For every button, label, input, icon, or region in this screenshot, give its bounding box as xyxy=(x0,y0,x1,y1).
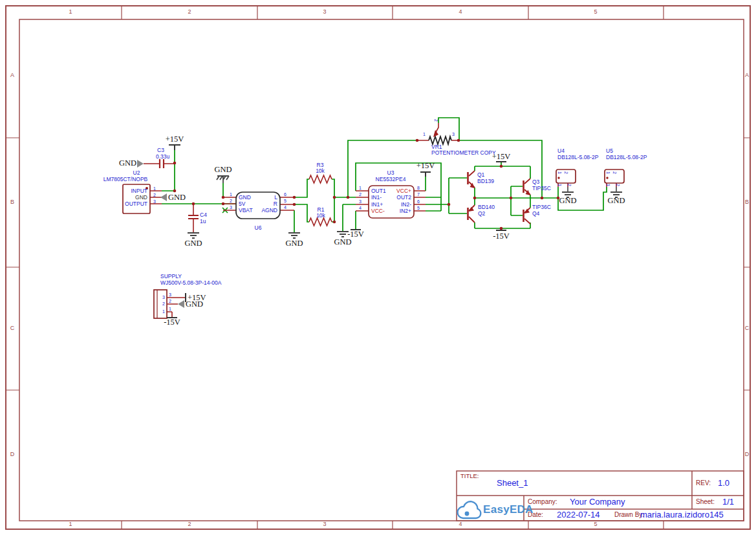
u3-pin-vccm: VCC- xyxy=(371,208,385,214)
u6-pin-5v: 5V xyxy=(239,201,245,207)
q1-value[interactable]: BD139 xyxy=(477,179,494,184)
easyeda-logo-icon xyxy=(458,501,481,518)
vr1-value[interactable]: POTENTIOMETER COPY xyxy=(431,150,496,156)
vr1-pinnum-2: 2 xyxy=(434,119,438,122)
u3-pinnum-7: 7 xyxy=(417,192,420,197)
q2-ref[interactable]: Q2 xyxy=(478,211,485,217)
u3-ref[interactable]: U3 xyxy=(387,170,394,176)
supply-pinnum-2-out: 2 xyxy=(169,299,171,303)
u2-value[interactable]: LM7805CT/NOPB xyxy=(103,177,148,182)
r3-value[interactable]: 10k xyxy=(316,168,325,174)
u4-ref[interactable]: U4 xyxy=(557,148,565,154)
col-label-top-3: 3 xyxy=(323,9,326,15)
titleblock-sheet-label: Sheet: xyxy=(696,499,715,505)
u2-ref[interactable]: U2 xyxy=(133,170,140,176)
u5-ref[interactable]: U5 xyxy=(606,148,613,154)
col-label-bot-5: 5 xyxy=(594,521,597,527)
u3-pin-in2p: IN2+ xyxy=(400,208,411,214)
u3-value[interactable]: NE5532PE4 xyxy=(376,177,406,182)
q3-value[interactable]: TIP35C xyxy=(532,186,551,191)
u3-pinnum-5: 5 xyxy=(417,206,420,210)
u4-pinnum-1-out: 1 xyxy=(557,184,562,186)
u3-pinnum-4: 4 xyxy=(359,206,362,210)
c3-ref[interactable]: C3 xyxy=(157,147,164,153)
supply-ref[interactable]: SUPPLY xyxy=(160,274,182,279)
gnd-flag-supply xyxy=(178,300,184,308)
titleblock-drawn-by[interactable]: maria.laura.izidoro145 xyxy=(640,510,724,519)
u3-pin-in1p: IN1+ xyxy=(371,202,383,208)
col-label-bot-2: 2 xyxy=(188,521,191,527)
r1-value[interactable]: 10k xyxy=(316,213,325,219)
u5-pinnum-2-in: 2 xyxy=(612,171,617,174)
u3-pin-vccp: VCC+ xyxy=(396,188,411,194)
u2-pin-gnd: GND xyxy=(135,195,147,201)
u2-pinnum-2: 2 xyxy=(153,193,156,197)
titleblock-rev-label: REV: xyxy=(696,480,711,486)
u3-pinnum-8: 8 xyxy=(417,186,420,190)
u6-ref[interactable]: U6 xyxy=(255,225,262,231)
q3-ref[interactable]: Q3 xyxy=(532,179,539,185)
gnd-flag-u2 xyxy=(160,193,167,201)
u3-pinnum-2: 2 xyxy=(359,192,362,197)
u2-pin-input: INPUT xyxy=(131,188,148,194)
pins-passives[interactable] xyxy=(144,123,616,317)
netlabel-gnd-u6[interactable]: GND xyxy=(214,166,232,174)
row-label-left-b: B xyxy=(10,199,14,205)
netlabel-gnd-u4[interactable]: GND xyxy=(559,197,576,205)
supply-pinnum-3-in: 3 xyxy=(162,295,165,300)
sheet-frame xyxy=(5,5,751,529)
netlabel-p15-u3[interactable]: +15V xyxy=(416,162,435,170)
vbar-p15-u3 xyxy=(420,172,431,177)
u5-value[interactable]: DB128L-5.08-2P xyxy=(606,155,647,160)
netlabel-p15-u2[interactable]: +15V xyxy=(166,135,184,144)
u3-pinnum-3: 3 xyxy=(359,199,362,204)
u2-pinnum-3: 3 xyxy=(153,199,156,204)
u6-pinnum-2: 2 xyxy=(230,199,232,203)
netlabel-p15-rail[interactable]: +15V xyxy=(492,153,511,161)
u3-pin-out1: OUT1 xyxy=(371,188,386,194)
u3-pinnum-1: 1 xyxy=(359,186,362,190)
potentiometer-symbol[interactable] xyxy=(429,130,451,144)
netlabel-n15-supply[interactable]: -15V xyxy=(164,318,180,327)
titleblock-sheet[interactable]: 1/1 xyxy=(722,497,734,506)
row-label-right-d: D xyxy=(745,452,750,457)
u2-pin-output: OUTPUT xyxy=(125,201,147,207)
row-label-left-c: C xyxy=(10,325,15,331)
supply-value[interactable]: WJ500V-5.08-3P-14-00A xyxy=(160,280,222,286)
row-label-right-b: B xyxy=(745,199,749,205)
wiper-arrow xyxy=(433,130,438,137)
vr1-pinnum-3: 3 xyxy=(452,132,455,136)
earth-agnd xyxy=(288,233,300,238)
netlabel-gnd-supply[interactable]: GND xyxy=(186,300,203,309)
row-label-left-d: D xyxy=(10,452,15,457)
q4-value[interactable]: TIP36C xyxy=(532,204,551,210)
c3-value[interactable]: 0.33u xyxy=(156,154,169,160)
col-label-top-4: 4 xyxy=(459,9,462,15)
u6-pin-r: R xyxy=(274,201,277,207)
titleblock-rev[interactable]: 1.0 xyxy=(718,479,729,487)
schematic-canvas: 1 2 3 4 5 1 2 3 4 5 A B C D A B C D +15V… xyxy=(0,0,756,535)
netlabel-gnd-u5[interactable]: GND xyxy=(607,197,625,205)
c4-ref[interactable]: C4 xyxy=(200,212,207,218)
q2-emitter-arrow xyxy=(469,207,475,212)
col-label-top-5: 5 xyxy=(594,9,597,15)
titleblock-company[interactable]: Your Company xyxy=(570,497,625,506)
q1-ref[interactable]: Q1 xyxy=(477,172,484,178)
netlabel-gnd-in1[interactable]: GND xyxy=(334,238,351,246)
u5-pinnum-2-out: 2 xyxy=(616,184,620,186)
titleblock-date[interactable]: 2022-07-14 xyxy=(557,510,600,519)
q2-value[interactable]: BD140 xyxy=(478,204,495,210)
vr1-pinnum-1: 1 xyxy=(423,132,426,136)
netlabel-gnd-c3[interactable]: GND xyxy=(119,159,136,168)
q4-ref[interactable]: Q4 xyxy=(532,211,539,217)
u6-pin-vbat: VBAT xyxy=(239,208,253,213)
netlabel-gnd-u2pin2[interactable]: GND xyxy=(168,193,186,202)
netlabel-gnd-agnd[interactable]: GND xyxy=(285,239,303,248)
c4-value[interactable]: 1u xyxy=(200,219,206,224)
easyeda-logo-text: EasyEDA xyxy=(483,504,534,515)
netlabel-n15-rail[interactable]: -15V xyxy=(493,232,510,241)
titleblock-title[interactable]: Sheet_1 xyxy=(497,479,528,487)
u4-value[interactable]: DB128L-5.08-2P xyxy=(557,155,598,160)
u5-pin1-mark xyxy=(606,177,608,179)
netlabel-gnd-c4[interactable]: GND xyxy=(184,239,202,248)
